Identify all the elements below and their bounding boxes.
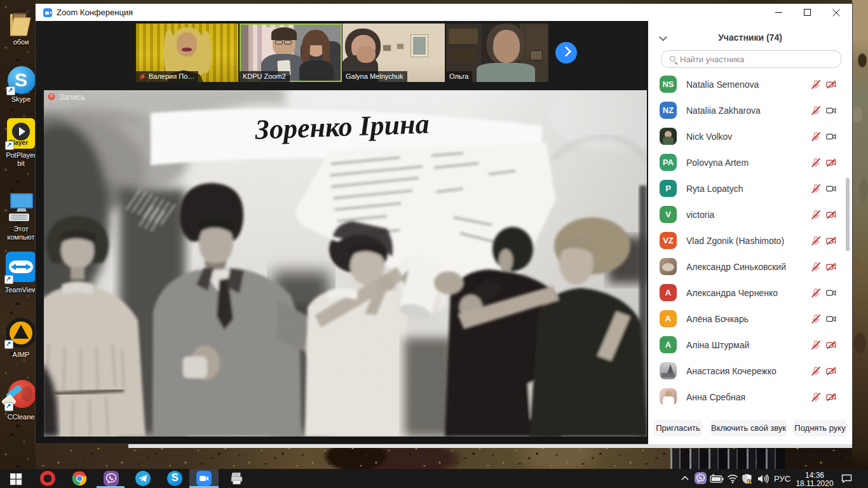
svg-text:Запись: Запись	[59, 93, 85, 102]
